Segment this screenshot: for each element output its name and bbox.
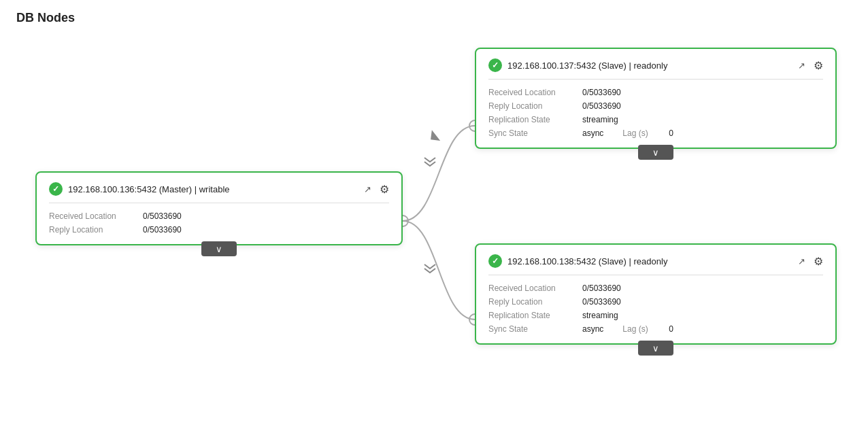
slave1-label-sync-state: Sync State	[488, 128, 577, 138]
slave1-node-header: 192.168.100.137:5432 (Slave) | readonly …	[488, 58, 823, 80]
slave2-label-replication-state: Replication State	[488, 311, 577, 320]
slave2-label-received-location: Received Location	[488, 283, 577, 293]
master-label-reply-location: Reply Location	[49, 225, 137, 235]
slave1-value-lag: 0	[669, 128, 673, 138]
slave1-node-card: 192.168.100.137:5432 (Slave) | readonly …	[475, 48, 837, 149]
slave1-label-lag: Lag (s)	[622, 128, 663, 138]
master-node-card: 192.168.100.136:5432 (Master) | writable…	[35, 171, 403, 245]
slave2-value-received-location: 0/5033690	[582, 283, 621, 293]
slave2-status-icon	[488, 254, 502, 268]
slave1-value-received-location: 0/5033690	[582, 88, 621, 97]
slave1-status-icon	[488, 58, 502, 72]
slave1-label-reply-location: Reply Location	[488, 101, 577, 111]
slave1-field-replication-state: Replication State streaming	[488, 115, 823, 124]
slave2-field-replication-state: Replication State streaming	[488, 311, 823, 320]
slave2-value-lag: 0	[669, 324, 673, 334]
slave2-node-fields: Received Location 0/5033690 Reply Locati…	[488, 283, 823, 334]
slave1-gear-icon[interactable]: ⚙	[814, 59, 823, 72]
master-status-icon	[49, 182, 63, 196]
slave2-value-replication-state: streaming	[582, 311, 618, 320]
slave2-link-icon[interactable]: ↗	[798, 256, 805, 266]
slave1-label-replication-state: Replication State	[488, 115, 577, 124]
slave1-value-reply-location: 0/5033690	[582, 101, 621, 111]
slave1-node-title: 192.168.100.137:5432 (Slave) | readonly	[507, 61, 791, 71]
master-link-icon[interactable]: ↗	[364, 184, 371, 194]
master-value-reply-location: 0/5033690	[143, 225, 182, 235]
slave2-label-reply-location: Reply Location	[488, 297, 577, 307]
slave1-field-sync-state: Sync State async Lag (s) 0	[488, 128, 823, 138]
master-expand-button[interactable]: ∨	[201, 241, 237, 256]
slave2-gear-icon[interactable]: ⚙	[814, 255, 823, 268]
slave1-expand-button[interactable]: ∨	[638, 145, 673, 160]
svg-marker-3	[427, 130, 440, 145]
master-value-received-location: 0/5033690	[143, 211, 182, 221]
master-node-header: 192.168.100.136:5432 (Master) | writable…	[49, 182, 389, 203]
master-field-reply-location: Reply Location 0/5033690	[49, 225, 389, 235]
slave2-node-card: 192.168.100.138:5432 (Slave) | readonly …	[475, 243, 837, 345]
slave2-expand-button[interactable]: ∨	[638, 341, 673, 356]
slave1-link-icon[interactable]: ↗	[798, 61, 805, 71]
slave2-field-received-location: Received Location 0/5033690	[488, 283, 823, 293]
slave1-field-received-location: Received Location 0/5033690	[488, 88, 823, 97]
slave1-field-reply-location: Reply Location 0/5033690	[488, 101, 823, 111]
slave2-field-sync-state: Sync State async Lag (s) 0	[488, 324, 823, 334]
slave2-field-reply-location: Reply Location 0/5033690	[488, 297, 823, 307]
slave1-label-received-location: Received Location	[488, 88, 577, 97]
master-field-received-location: Received Location 0/5033690	[49, 211, 389, 221]
slave1-value-sync-state: async	[582, 128, 603, 138]
master-label-received-location: Received Location	[49, 211, 137, 221]
slave2-node-header: 192.168.100.138:5432 (Slave) | readonly …	[488, 254, 823, 275]
master-gear-icon[interactable]: ⚙	[380, 183, 389, 196]
slave2-node-title: 192.168.100.138:5432 (Slave) | readonly	[507, 256, 791, 266]
master-node-fields: Received Location 0/5033690 Reply Locati…	[49, 211, 389, 235]
slave2-label-lag: Lag (s)	[622, 324, 663, 334]
slave1-node-fields: Received Location 0/5033690 Reply Locati…	[488, 88, 823, 138]
master-node-title: 192.168.100.136:5432 (Master) | writable	[68, 184, 357, 194]
slave2-label-sync-state: Sync State	[488, 324, 577, 334]
page-title: DB Nodes	[16, 11, 75, 25]
slave1-value-replication-state: streaming	[582, 115, 618, 124]
slave2-value-reply-location: 0/5033690	[582, 297, 621, 307]
slave2-value-sync-state: async	[582, 324, 603, 334]
